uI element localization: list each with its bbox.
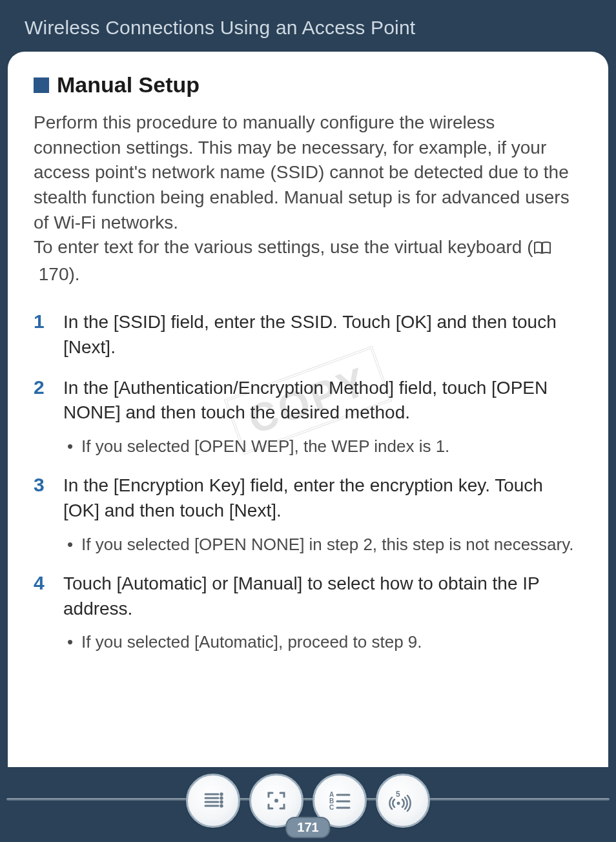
intro-text-2-suffix: ). bbox=[69, 264, 80, 284]
step-item: 4 Touch [Automatic] or [Manual] to selec… bbox=[34, 571, 582, 654]
step-sublist: If you selected [OPEN NONE] in step 2, t… bbox=[63, 533, 582, 556]
step-item: 1 In the [SSID] field, enter the SSID. T… bbox=[34, 310, 582, 360]
step-text: In the [SSID] field, enter the SSID. Tou… bbox=[63, 310, 582, 360]
abc-list-icon: A B C bbox=[325, 788, 354, 814]
steps-list: 1 In the [SSID] field, enter the SSID. T… bbox=[34, 310, 582, 653]
step-text: In the [Encryption Key] field, enter the… bbox=[63, 473, 582, 523]
book-icon bbox=[533, 237, 551, 262]
page-header: Wireless Connections Using an Access Poi… bbox=[0, 0, 616, 50]
intro-xref[interactable]: 170 bbox=[39, 264, 69, 284]
step-text: Touch [Automatic] or [Manual] to select … bbox=[63, 571, 582, 621]
page-body: COPY Manual Setup Perform this procedure… bbox=[6, 50, 610, 767]
svg-point-8 bbox=[274, 799, 278, 803]
step-bullet: If you selected [Automatic], proceed to … bbox=[63, 630, 582, 653]
svg-text:C: C bbox=[329, 804, 334, 811]
wifi-badge-num: 5 bbox=[396, 790, 400, 799]
svg-point-5 bbox=[221, 797, 222, 799]
step-number: 4 bbox=[34, 571, 52, 654]
wifi-button[interactable]: 5 bbox=[376, 774, 430, 828]
step-number: 1 bbox=[34, 310, 52, 360]
intro-text-2-prefix: To enter text for the various settings, … bbox=[34, 237, 533, 257]
section-title-text: Manual Setup bbox=[57, 72, 200, 98]
page-number: 171 bbox=[285, 817, 330, 838]
square-bullet-icon bbox=[34, 77, 49, 93]
svg-point-15 bbox=[397, 802, 400, 805]
intro-paragraph: Perform this procedure to manually confi… bbox=[34, 110, 582, 287]
header-title: Wireless Connections Using an Access Poi… bbox=[25, 17, 415, 38]
step-sublist: If you selected [Automatic], proceed to … bbox=[63, 630, 582, 653]
svg-point-7 bbox=[221, 805, 222, 806]
step-number: 2 bbox=[34, 376, 52, 458]
step-number: 3 bbox=[34, 473, 52, 556]
section-heading: Manual Setup bbox=[34, 72, 582, 98]
step-text: In the [Authentication/Encryption Method… bbox=[63, 376, 582, 426]
wifi-icon: 5 bbox=[388, 788, 418, 814]
step-bullet: If you selected [OPEN WEP], the WEP inde… bbox=[63, 435, 582, 458]
toc-button[interactable] bbox=[186, 774, 240, 828]
step-item: 3 In the [Encryption Key] field, enter t… bbox=[34, 473, 582, 556]
svg-point-6 bbox=[221, 801, 222, 803]
svg-point-4 bbox=[221, 794, 222, 795]
intro-text-1: Perform this procedure to manually confi… bbox=[34, 112, 570, 232]
step-sublist: If you selected [OPEN WEP], the WEP inde… bbox=[63, 435, 582, 458]
expand-icon bbox=[263, 788, 289, 814]
list-icon bbox=[200, 788, 226, 814]
footer: A B C 5 bbox=[0, 771, 616, 842]
step-bullet: If you selected [OPEN NONE] in step 2, t… bbox=[63, 533, 582, 556]
step-item: 2 In the [Authentication/Encryption Meth… bbox=[34, 376, 582, 458]
